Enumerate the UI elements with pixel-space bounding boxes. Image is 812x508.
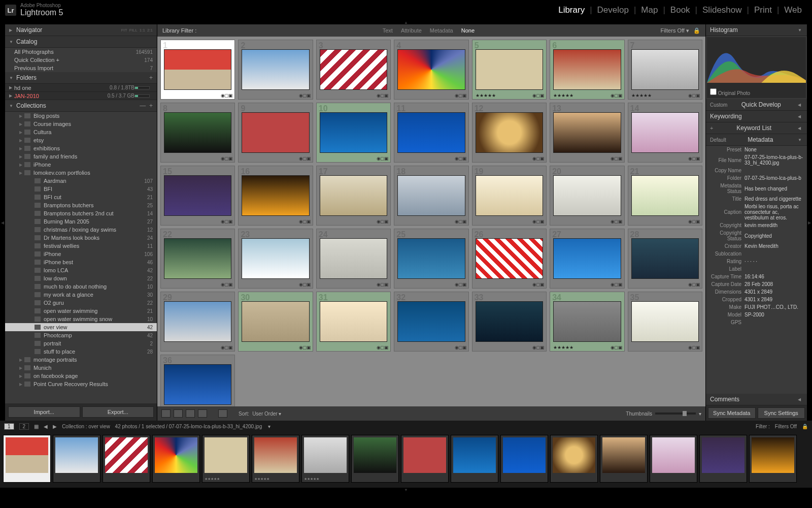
grid-cell[interactable]: 9◉▢▣	[238, 103, 313, 163]
collection-item[interactable]: ▶Munich	[5, 364, 157, 372]
navigator-header[interactable]: ▶Navigator FITFILL1:12:1	[5, 24, 157, 36]
collection-item[interactable]: ▶etsy	[5, 136, 157, 144]
original-photo-checkbox[interactable]	[710, 88, 717, 95]
collection-item[interactable]: ▶family and friends	[5, 152, 157, 161]
catalog-item[interactable]: Previous Import7	[5, 64, 157, 72]
folder-item[interactable]: ▶JAN-20100.5 / 3.7 GB	[5, 92, 157, 100]
grid-cell[interactable]: 12◉▢▣	[472, 103, 547, 163]
collection-item[interactable]: BFI43	[5, 185, 157, 193]
grid-cell[interactable]: 6◉▢▣★★★★★	[550, 40, 624, 100]
nav-mode-fill[interactable]: FILL	[129, 28, 138, 33]
grid-cell[interactable]: 15◉▢▣	[160, 166, 235, 226]
metadata-row-folder[interactable]: Folder07-07-25-lomo-lca-plus-b	[706, 174, 807, 182]
filmstrip-thumb[interactable]	[103, 435, 150, 483]
metadata-row-make[interactable]: MakeFUJI PHOT…CO., LTD.	[706, 303, 807, 311]
collection-item[interactable]: ▶Blog posts	[5, 112, 157, 120]
catalog-item[interactable]: Quick Collection +174	[5, 56, 157, 64]
collection-item[interactable]: Aardman107	[5, 177, 157, 185]
collection-item[interactable]: Bramptons butchers 2nd cut14	[5, 209, 157, 217]
metadata-row-preset[interactable]: PresetNone	[706, 146, 807, 153]
metadata-row-creator[interactable]: CreatorKevin Meredith	[706, 242, 807, 250]
painter-icon[interactable]	[218, 409, 227, 418]
compare-view-icon[interactable]	[186, 409, 195, 418]
filter-tab-text[interactable]: Text	[383, 27, 393, 34]
collection-item[interactable]: lomo LCA42	[5, 266, 157, 274]
grid-cell[interactable]: 30◉▢▣	[238, 292, 313, 352]
grid-cell[interactable]: 22◉▢▣	[160, 229, 235, 289]
metadata-row-cdate[interactable]: Capture Date28 Feb 2008	[706, 280, 807, 288]
collection-item[interactable]: BFI cut21	[5, 193, 157, 201]
grid-cell[interactable]: 11◉▢▣	[394, 103, 468, 163]
collections-header[interactable]: ▼Collections— +	[5, 100, 157, 112]
collection-item[interactable]: ▶iPhone	[5, 161, 157, 169]
grid-cell[interactable]: 3◉▢▣	[316, 40, 391, 100]
grid-cell[interactable]: 20◉▢▣	[550, 166, 624, 226]
nav-back-icon[interactable]: ◀	[44, 424, 48, 429]
filter-tab-none[interactable]: None	[461, 27, 475, 34]
quick-develop-header[interactable]: Custom Quick Develop◀	[706, 99, 807, 111]
collection-item[interactable]: iPhone106	[5, 250, 157, 258]
catalog-item[interactable]: All Photographs164591	[5, 48, 157, 56]
breadcrumb-collection[interactable]: Collection : over view	[62, 424, 110, 429]
grid-cell[interactable]: 13◉▢▣	[550, 103, 624, 163]
metadata-row-mstatus[interactable]: Metadata StatusHas been changed	[706, 182, 807, 195]
sync-metadata-button[interactable]: Sync Metadata	[708, 407, 756, 419]
grid-cell[interactable]: 14◉▢▣	[628, 103, 702, 163]
grid-cell[interactable]: 35◉▢▣	[628, 292, 702, 352]
metadata-row-title[interactable]: TitleRed dress and ciggerette	[706, 195, 807, 203]
module-map[interactable]: Map	[636, 5, 663, 15]
grid-cell[interactable]: 18◉▢▣	[394, 166, 468, 226]
metadata-row-copyname[interactable]: Copy Name	[706, 167, 807, 174]
filmstrip-thumb[interactable]	[401, 435, 449, 483]
filmstrip-thumb[interactable]	[500, 435, 548, 483]
histogram-header[interactable]: Histogram▼	[706, 24, 807, 36]
grid-cell[interactable]: 23◉▢▣	[238, 229, 313, 289]
grid-cell[interactable]: 27◉▢▣	[550, 229, 624, 289]
collection-item[interactable]: ▶Course images	[5, 120, 157, 128]
filmstrip-thumb[interactable]	[351, 435, 399, 483]
filmstrip-filter-lock-icon[interactable]: 🔒	[802, 424, 808, 429]
filmstrip-thumb[interactable]	[152, 435, 200, 483]
thumbnail-size-slider[interactable]	[655, 412, 696, 415]
grid-cell[interactable]: 25◉▢▣	[394, 229, 468, 289]
survey-view-icon[interactable]	[198, 409, 207, 418]
collection-item[interactable]: festival wellies11	[5, 242, 157, 250]
grid-cell[interactable]: 34◉▢▣★★★★★	[550, 292, 624, 352]
module-book[interactable]: Book	[665, 5, 695, 15]
collection-item[interactable]: much to do about nothing10	[5, 282, 157, 291]
grid-cell[interactable]: 4◉▢▣	[394, 40, 468, 100]
module-print[interactable]: Print	[749, 5, 777, 15]
metadata-row-copyright[interactable]: Copyrightkevin meredith	[706, 221, 807, 229]
filmstrip-filter-dropdown[interactable]: Filters Off	[775, 424, 797, 429]
grid-cell[interactable]: 8◉▢▣	[160, 103, 235, 163]
grid-cell[interactable]: 33◉▢▣	[472, 292, 547, 352]
collection-item[interactable]: ▶on facebook page	[5, 372, 157, 380]
module-slideshow[interactable]: Slideshow	[697, 5, 747, 15]
folders-header[interactable]: ▼Folders+	[5, 72, 157, 84]
filmstrip-thumb[interactable]	[550, 435, 598, 483]
filmstrip-thumb[interactable]: ★★★★★	[202, 435, 250, 483]
filter-lock-icon[interactable]: 🔒	[693, 27, 700, 34]
grid-cell[interactable]: 5◉▢▣★★★★★	[472, 40, 547, 100]
collection-item[interactable]: low down22	[5, 274, 157, 282]
filmstrip-thumb[interactable]	[53, 435, 100, 483]
keywording-header[interactable]: Keywording◀	[706, 111, 807, 122]
collection-item[interactable]: Dr Martens look books24	[5, 234, 157, 242]
secondary-display-2[interactable]: 2	[19, 423, 29, 430]
collection-item[interactable]: ▶exhibitions	[5, 144, 157, 152]
grid-cell[interactable]: 24◉▢▣	[316, 229, 391, 289]
filmstrip-thumb[interactable]	[600, 435, 648, 483]
panel-collapse-left[interactable]: ◀	[0, 24, 5, 421]
toolbar-expand-icon[interactable]: ▾	[699, 411, 701, 417]
collection-item[interactable]: stuff to place28	[5, 347, 157, 356]
grid-view-icon[interactable]	[161, 409, 171, 418]
collection-item[interactable]: open water swimming snow10	[5, 315, 157, 323]
filmstrip-thumb[interactable]: ★★★★★	[301, 435, 349, 483]
grid-cell[interactable]: 19◉▢▣	[472, 166, 547, 226]
sort-dropdown[interactable]: User Order ▾	[252, 411, 281, 417]
panel-collapse-bottom[interactable]	[0, 488, 812, 492]
filmstrip-thumb[interactable]: ★★★★★	[252, 435, 299, 483]
filters-off-dropdown[interactable]: Filters Off ▾	[660, 27, 689, 34]
filmstrip-thumb[interactable]	[699, 435, 747, 483]
grid-cell[interactable]: 16◉▢▣	[238, 166, 313, 226]
